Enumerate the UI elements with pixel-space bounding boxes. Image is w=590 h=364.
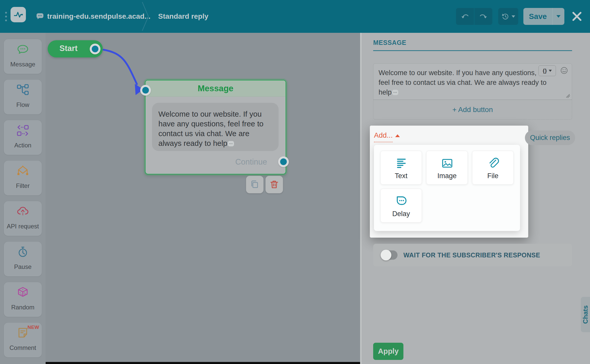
message-node-text: Welcome to our website. If you have any … [158, 110, 263, 147]
palette-item[interactable]: Comment NEW [4, 323, 42, 357]
message-node[interactable]: Message Welcome to our website. If you h… [145, 80, 286, 175]
message-input-port[interactable] [140, 85, 151, 96]
add-option-icon [441, 157, 453, 169]
palette-item-label: Comment [4, 344, 42, 351]
palette-item-label: Action [4, 142, 42, 149]
undo-icon [461, 12, 469, 21]
add-menu-trigger[interactable]: Add... [374, 131, 400, 142]
speech-balloon-emoji [228, 141, 234, 146]
new-badge: NEW [27, 325, 39, 330]
redo-icon [479, 12, 488, 21]
pulse-icon [13, 9, 24, 20]
top-bar: training-edu.sendpulse.acad... Standard … [0, 0, 590, 33]
continue-label: Continue [235, 157, 267, 167]
node-type-icon [17, 327, 29, 339]
palette-item[interactable]: Filter [4, 161, 42, 195]
quick-replies-button[interactable]: Quick replies [525, 130, 575, 145]
redo-button[interactable] [474, 8, 492, 25]
palette-item-label: Flow [4, 101, 42, 108]
save-split-button: Save [523, 8, 564, 25]
palette-item-label: API request [4, 223, 42, 230]
save-button[interactable]: Save [523, 8, 552, 25]
app-menu-icon[interactable] [5, 12, 7, 23]
palette-item[interactable]: Flow [4, 80, 42, 114]
panel-divider [360, 33, 362, 364]
node-type-icon [17, 246, 29, 258]
add-button-row[interactable]: + Add button [373, 100, 572, 120]
speech-balloon-emoji [392, 90, 398, 95]
apply-button[interactable]: Apply [373, 343, 403, 360]
chevron-down-icon [512, 15, 515, 18]
node-type-icon [17, 43, 29, 56]
sendpulse-logo[interactable] [11, 7, 26, 22]
chevron-up-icon [395, 134, 400, 137]
copy-icon [250, 179, 260, 190]
node-type-icon [17, 124, 29, 137]
copy-node-button[interactable] [246, 176, 263, 193]
settings-panel: MESSAGE Welcome to our website. If you h… [360, 33, 590, 364]
start-node[interactable]: Start [48, 40, 103, 57]
save-options-button[interactable] [552, 8, 564, 25]
chats-side-tab[interactable]: Chats [581, 297, 590, 332]
trash-icon [269, 179, 279, 190]
delete-node-button[interactable] [266, 176, 283, 193]
add-menu-trigger-label: Add... [374, 131, 393, 142]
add-button-label: + Add button [452, 106, 493, 114]
add-menu-spotlight: Add... Text Image [370, 126, 528, 238]
wait-response-setting: WAIT FOR THE SUBSCRIBER'S RESPONSE [373, 244, 572, 266]
flow-builder-window: training-edu.sendpulse.acad... Standard … [0, 0, 590, 364]
toggle-knob [381, 250, 391, 260]
add-option-label: File [472, 172, 513, 180]
close-button[interactable] [572, 12, 582, 21]
node-type-icon [17, 84, 29, 96]
palette-item[interactable]: Action [4, 120, 42, 155]
breadcrumb-separator [140, 0, 151, 33]
panel-section-title: MESSAGE [373, 39, 406, 46]
breadcrumb-flow-name: Standard reply [158, 12, 208, 21]
add-option-card[interactable]: Image [426, 151, 468, 185]
add-option-label: Image [426, 172, 467, 180]
add-option-icon [395, 157, 408, 169]
message-editor: Welcome to our website. If you have any … [373, 63, 572, 120]
message-node-header[interactable]: Message [146, 80, 286, 97]
chevron-down-icon [556, 15, 561, 18]
add-option-card[interactable]: Text [380, 151, 422, 185]
wait-response-toggle[interactable] [382, 250, 398, 260]
add-option-card[interactable]: File [472, 151, 514, 185]
close-icon [572, 12, 582, 21]
add-menu-dropdown: Text Image File [374, 145, 520, 231]
start-output-port[interactable] [90, 44, 100, 54]
palette-item-label: Pause [4, 263, 42, 270]
canvas-bottom-edge [46, 362, 360, 364]
undo-button[interactable] [456, 8, 474, 25]
wait-response-label: WAIT FOR THE SUBSCRIBER'S RESPONSE [403, 244, 540, 266]
insert-variable-button[interactable]: {} [538, 65, 556, 76]
chats-tab-label: Chats [582, 305, 589, 324]
start-node-label: Start [59, 44, 78, 53]
add-option-card[interactable]: Delay [380, 189, 422, 223]
panel-title-underline [373, 50, 572, 51]
node-type-icon [17, 165, 29, 177]
continue-output-port[interactable] [278, 156, 289, 167]
palette-item[interactable]: Message [4, 39, 42, 74]
palette-item[interactable]: API request [4, 201, 42, 236]
palette-item-label: Filter [4, 182, 42, 189]
palette-item[interactable]: Random [4, 282, 42, 317]
emoji-picker-button[interactable] [560, 66, 568, 75]
resize-grip-icon [566, 94, 570, 98]
message-node-title: Message [198, 84, 233, 93]
node-palette: Message Flow Action Filter [0, 33, 46, 364]
palette-item[interactable]: Pause [4, 242, 42, 276]
message-node-preview: Welcome to our website. If you have any … [152, 103, 279, 151]
chevron-down-icon [549, 70, 552, 72]
flow-canvas[interactable]: Start Message Welcome to our website. If… [46, 33, 360, 364]
palette-item-label: Message [4, 61, 42, 68]
textarea-resize-handle[interactable] [566, 94, 570, 98]
history-button[interactable] [498, 8, 518, 25]
palette-item-label: Random [4, 304, 42, 311]
add-option-label: Delay [381, 210, 422, 218]
add-option-icon [395, 195, 408, 207]
add-option-icon [487, 157, 499, 169]
smiley-icon [560, 66, 568, 75]
breadcrumb-bot-name[interactable]: training-edu.sendpulse.acad... [47, 12, 150, 21]
